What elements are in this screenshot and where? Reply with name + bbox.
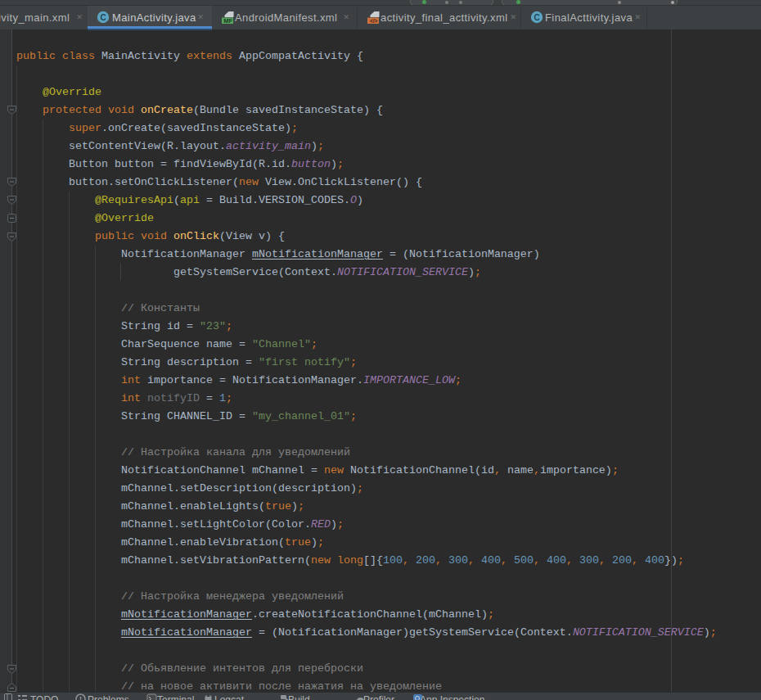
svg-text:MF: MF (223, 17, 232, 24)
svg-text:C: C (534, 13, 539, 22)
svg-text:C: C (100, 13, 106, 22)
svg-text:</>: </> (370, 18, 378, 24)
